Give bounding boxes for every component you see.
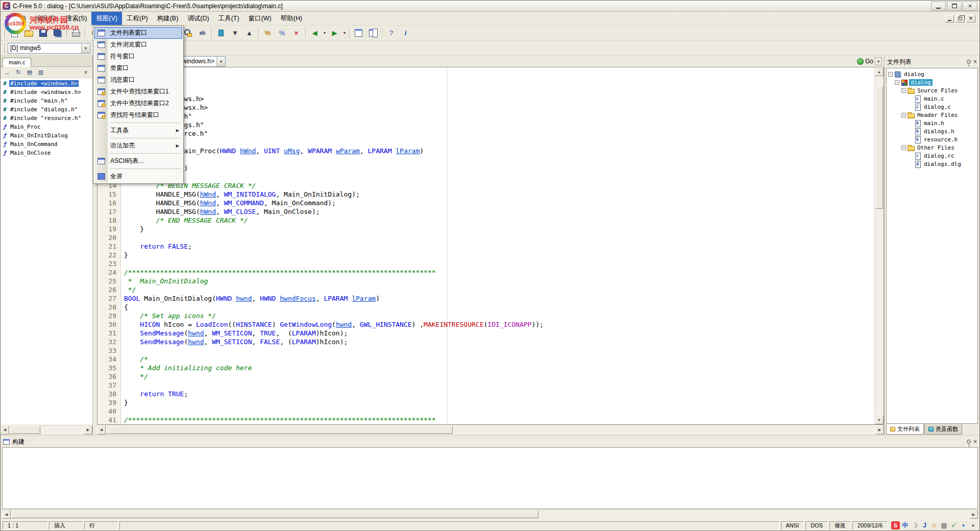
tree-node-dialogs-h[interactable]: hdialogs.h — [887, 127, 977, 135]
code-editor[interactable]: #include <windows.h>#include <windowsx.h… — [121, 67, 874, 424]
symbols-panel-close-icon[interactable]: × — [81, 68, 91, 77]
build-close-icon[interactable]: × — [973, 439, 977, 445]
build-pin-icon[interactable] — [967, 440, 971, 444]
scroll-track[interactable] — [9, 425, 84, 435]
symbol-view-mode-button[interactable]: ▤ — [24, 68, 35, 77]
symbol-item[interactable]: ##include <windows.h> — [1, 79, 92, 88]
toolbar-grip-2[interactable] — [3, 43, 5, 53]
menu-file[interactable]: 文件(F) — [1, 12, 31, 25]
view-menu-item-symbol-window[interactable]: 符号窗口 — [94, 51, 182, 62]
menu-view[interactable]: 视图(V) — [91, 12, 122, 25]
scroll-track[interactable] — [106, 425, 875, 435]
sogou-pinyin-icon[interactable]: S — [891, 521, 900, 529]
input-language-chinese-icon[interactable]: 中 — [901, 521, 910, 529]
sogou-j-mode-icon[interactable]: J — [920, 521, 929, 529]
view-menu-item-语法加亮[interactable]: 语法加亮▶ — [94, 140, 182, 152]
go-button[interactable]: Go — [865, 58, 873, 65]
next-bookmark-button[interactable]: ▼ — [228, 27, 242, 39]
build-output[interactable] — [2, 447, 978, 509]
tree-collapse-icon[interactable]: − — [901, 146, 906, 150]
navigate-forward-button[interactable]: ▶ — [328, 27, 341, 39]
scroll-track[interactable] — [11, 510, 969, 519]
tab-main-c[interactable]: main.c — [3, 58, 31, 67]
compile-button[interactable]: % — [261, 27, 275, 39]
full-half-width-moon-icon[interactable]: ☽ — [911, 521, 919, 529]
menu-edit[interactable]: 编辑(E) — [31, 12, 61, 25]
symbol-item[interactable]: ƒMain_OnInitDialog — [1, 131, 92, 140]
view-menu-item-find-in-files-results2[interactable]: 文件中查找结果窗口2 — [94, 98, 182, 109]
symbol-item[interactable]: ##include "resource.h" — [1, 114, 92, 123]
pin-icon[interactable] — [967, 60, 971, 64]
mdi-minimize-button[interactable] — [945, 15, 954, 22]
tree-node-main-c[interactable]: cmain.c — [887, 94, 977, 103]
stop-build-button[interactable]: × — [289, 27, 303, 39]
maximize-button[interactable] — [947, 2, 962, 11]
tab-file-list[interactable]: 文件列表 — [886, 424, 924, 435]
ime-status-dot-icon[interactable]: ● — [959, 521, 968, 529]
tree-node-dialog-rc[interactable]: rdialog.rc — [887, 152, 977, 160]
symbol-item[interactable]: ƒMain_OnCommand — [1, 140, 92, 149]
vscroll-track[interactable] — [875, 76, 884, 416]
menu-debug[interactable]: 调试(D) — [183, 12, 213, 25]
menu-build[interactable]: 构建(B) — [153, 12, 183, 25]
scroll-up-icon[interactable]: ▲ — [875, 67, 884, 76]
symbol-item[interactable]: ƒMain_OnClose — [1, 149, 92, 157]
symbol-options-button[interactable]: ▥ — [36, 68, 46, 77]
build-button[interactable]: % — [275, 27, 289, 39]
symbol-item[interactable]: ##include "dialogs.h" — [1, 105, 92, 114]
navigate-back-dropdown-icon[interactable]: ▼ — [322, 28, 327, 39]
save-button[interactable] — [36, 27, 50, 39]
files-panel-close-icon[interactable]: × — [973, 59, 977, 65]
symbol-nav-combo-arrow-icon[interactable]: ▼ — [216, 57, 225, 66]
menu-tools[interactable]: 工具(T) — [214, 12, 244, 25]
scroll-down-icon[interactable]: ▼ — [875, 416, 884, 424]
replace-button[interactable]: ab — [195, 27, 209, 39]
scroll-right-icon[interactable]: ▶ — [875, 425, 884, 435]
view-menu-item-fullscreen[interactable]: 全屏 — [94, 171, 182, 182]
navigate-forward-dropdown-icon[interactable]: ▼ — [342, 28, 347, 39]
scroll-left-icon[interactable]: ◀ — [2, 510, 11, 519]
vscroll-thumb[interactable] — [875, 86, 883, 209]
tab-classes-functions[interactable]: 类及函数 — [924, 424, 962, 435]
tree-collapse-icon[interactable]: − — [895, 80, 899, 85]
tree-collapse-icon[interactable]: − — [901, 113, 906, 117]
tile-windows-button[interactable] — [366, 27, 380, 39]
scroll-left-icon[interactable]: ◀ — [1, 425, 9, 435]
print-button[interactable] — [69, 27, 83, 39]
view-menu-item-class-window[interactable]: 类窗口 — [94, 62, 182, 74]
tree-node-source-files[interactable]: −Source Files — [887, 86, 977, 94]
symbol-item[interactable]: ƒMain_Proc — [1, 123, 92, 131]
view-menu-item-file-list-window[interactable]: 文件列表窗口 — [94, 27, 182, 39]
soft-keyboard-icon[interactable]: ▤ — [940, 521, 948, 529]
emoji-smiley-icon[interactable]: ☺ — [930, 521, 939, 529]
symbol-item[interactable]: ##include <windowsx.h> — [1, 88, 92, 96]
go-dropdown-icon[interactable]: ▼ — [875, 57, 882, 65]
open-file-button[interactable] — [22, 27, 36, 39]
new-file-button[interactable] — [8, 27, 21, 39]
symbol-item[interactable]: ##include "main.h" — [1, 96, 92, 105]
compiler-combo-arrow-icon[interactable]: ▼ — [81, 43, 90, 53]
mdi-restore-button[interactable] — [955, 15, 965, 22]
toolbar-grip[interactable] — [3, 28, 5, 38]
menu-search[interactable]: 搜索(S) — [61, 12, 92, 25]
help-button[interactable]: ? — [384, 27, 398, 39]
tree-node-dialog[interactable]: −dialog — [887, 78, 977, 86]
about-button[interactable]: i — [399, 27, 412, 39]
refresh-symbols-button[interactable]: ↻ — [13, 68, 23, 77]
tree-node-resource-h[interactable]: hresource.h — [887, 135, 977, 143]
scroll-thumb[interactable] — [106, 426, 453, 434]
view-menu-item-find-in-files-results1[interactable]: 文件中查找结果窗口1 — [94, 86, 182, 98]
tree-node-other-files[interactable]: −Other Files — [887, 143, 977, 152]
previous-bookmark-button[interactable]: ▲ — [242, 27, 256, 39]
tree-node-dialog-c[interactable]: cdialog.c — [887, 103, 977, 111]
tree-node-header-files[interactable]: −Header Files — [887, 111, 977, 119]
scroll-right-icon[interactable]: ▶ — [969, 510, 978, 519]
view-menu-item-find-symbol-results[interactable]: 查找符号结果窗口 — [94, 109, 182, 121]
save-all-button[interactable] — [51, 27, 64, 39]
scroll-right-icon[interactable]: ▶ — [84, 425, 92, 435]
tree-node-main-h[interactable]: hmain.h — [887, 119, 977, 127]
scroll-left-icon[interactable]: ◀ — [97, 425, 106, 435]
tree-collapse-icon[interactable]: − — [901, 88, 906, 93]
navigate-back-button[interactable]: ◀ — [308, 27, 322, 39]
scroll-thumb[interactable] — [11, 511, 538, 518]
